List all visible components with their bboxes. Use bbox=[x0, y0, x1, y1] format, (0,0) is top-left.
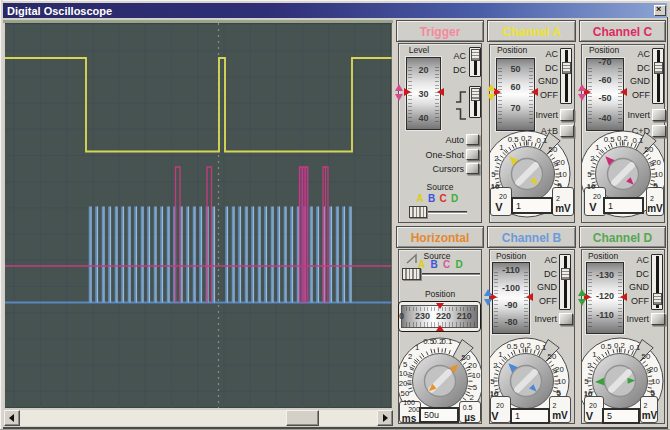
svg-text:5: 5 bbox=[473, 383, 478, 392]
svg-text:10: 10 bbox=[557, 377, 566, 386]
svg-text:0.1: 0.1 bbox=[536, 343, 547, 352]
svg-text:20: 20 bbox=[556, 158, 565, 167]
svg-text:50: 50 bbox=[401, 389, 410, 398]
svg-text:2: 2 bbox=[408, 352, 412, 361]
svg-text:5: 5 bbox=[490, 377, 495, 386]
svg-text:20: 20 bbox=[468, 361, 477, 370]
svg-text:0.1: 0.1 bbox=[630, 343, 641, 352]
svg-text:1: 1 bbox=[499, 143, 503, 152]
svg-text:5: 5 bbox=[584, 377, 589, 386]
svg-text:50: 50 bbox=[645, 145, 654, 154]
svg-text:1: 1 bbox=[415, 343, 419, 352]
svg-text:10: 10 bbox=[651, 377, 660, 386]
svg-text:2: 2 bbox=[493, 361, 497, 370]
svg-text:0.5: 0.5 bbox=[507, 342, 519, 351]
svg-text:0.1: 0.1 bbox=[441, 337, 452, 346]
svg-text:2: 2 bbox=[494, 154, 498, 163]
svg-text:2: 2 bbox=[587, 361, 591, 370]
svg-text:5: 5 bbox=[587, 170, 592, 179]
svg-text:2: 2 bbox=[590, 154, 594, 163]
svg-text:5: 5 bbox=[403, 360, 408, 369]
svg-text:50: 50 bbox=[548, 352, 557, 361]
svg-text:0.5: 0.5 bbox=[604, 135, 616, 144]
svg-text:20: 20 bbox=[399, 379, 408, 388]
svg-text:0.2: 0.2 bbox=[520, 341, 531, 350]
svg-text:0.2: 0.2 bbox=[521, 134, 532, 143]
svg-text:0.2: 0.2 bbox=[614, 341, 625, 350]
svg-text:1: 1 bbox=[592, 350, 596, 359]
svg-text:0.2: 0.2 bbox=[617, 134, 628, 143]
svg-text:50: 50 bbox=[549, 145, 558, 154]
svg-text:20: 20 bbox=[555, 365, 564, 374]
svg-text:5: 5 bbox=[491, 170, 496, 179]
svg-text:1: 1 bbox=[595, 143, 599, 152]
svg-text:20: 20 bbox=[649, 365, 658, 374]
svg-text:20: 20 bbox=[652, 158, 661, 167]
svg-text:10: 10 bbox=[654, 170, 663, 179]
svg-text:10: 10 bbox=[558, 170, 567, 179]
svg-text:10: 10 bbox=[399, 369, 408, 378]
svg-text:1: 1 bbox=[498, 350, 502, 359]
svg-text:0.1: 0.1 bbox=[633, 136, 644, 145]
svg-text:10: 10 bbox=[472, 371, 481, 380]
svg-text:0.5: 0.5 bbox=[508, 135, 520, 144]
svg-text:0.5: 0.5 bbox=[601, 342, 613, 351]
svg-text:50: 50 bbox=[642, 352, 651, 361]
svg-text:0.1: 0.1 bbox=[537, 136, 548, 145]
